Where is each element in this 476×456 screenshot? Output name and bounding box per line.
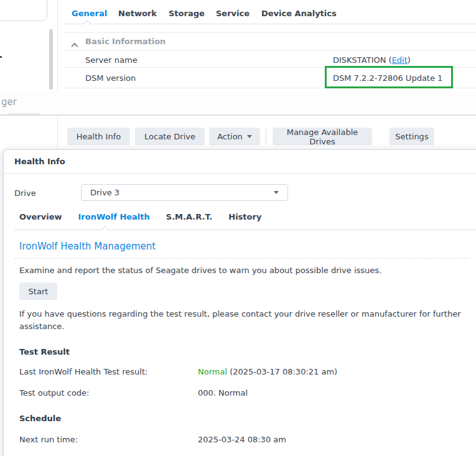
annotation-highlight-box [325, 66, 453, 88]
collapse-chevron-icon[interactable] [72, 39, 77, 50]
ironwolf-heading: IronWolf Health Management [19, 241, 156, 252]
status-normal: Normal [198, 367, 227, 376]
dsm-version-label: DSM version [85, 73, 136, 83]
settings-button-label: Settings [395, 132, 428, 141]
dialog-header[interactable]: Health Info [4, 150, 476, 174]
window-title-band: ger [0, 91, 476, 116]
start-button[interactable]: Start [19, 282, 57, 300]
next-run-time-label: Next run time: [19, 435, 78, 444]
window-title-fragment: ger [1, 96, 17, 108]
select-caret-icon [274, 191, 279, 194]
dialog-title: Health Info [14, 150, 65, 174]
active-tab-notch [101, 226, 110, 235]
tab-network[interactable]: Network [118, 9, 157, 18]
health-info-dialog: Health Info Drive Drive 3 Overview IronW… [3, 149, 476, 456]
row-separator [64, 32, 476, 33]
description-text: Examine and report the status of Seagate… [19, 266, 381, 275]
dialog-tabs: Overview IronWolf Health S.M.A.R.T. Hist… [19, 212, 261, 221]
tab-device-analytics[interactable]: Device Analytics [261, 9, 337, 18]
scrollbar-thumb[interactable] [49, 29, 53, 90]
health-info-button[interactable]: Health Info [67, 128, 130, 146]
toolbar-separator [266, 129, 266, 144]
health-info-button-label: Health Info [77, 132, 121, 141]
drive-select-value: Drive 3 [90, 185, 119, 200]
tab-smart[interactable]: S.M.A.R.T. [166, 212, 212, 221]
dropdown-caret-icon [247, 135, 252, 138]
storage-toolbar: Health Info Locate Drive Action Manage A… [0, 116, 476, 149]
drive-select[interactable]: Drive 3 [81, 184, 288, 201]
search-input-fragment[interactable] [0, 0, 47, 21]
screenshot-root: General Network Storage Service Device A… [0, 0, 476, 456]
action-dropdown-button[interactable]: Action [209, 128, 260, 146]
row-separator [64, 50, 476, 51]
action-button-label: Action [217, 132, 243, 141]
server-name-value: DISKSTATION (Edit) [333, 55, 411, 65]
tab-storage[interactable]: Storage [169, 9, 205, 18]
tab-service[interactable]: Service [216, 9, 250, 18]
tab-ironwolf-health[interactable]: IronWolf Health [78, 212, 150, 221]
test-output-code-value: 000. Normal [198, 388, 248, 398]
tab-history[interactable]: History [228, 212, 261, 221]
panel-divider [57, 116, 58, 149]
manage-drives-button-label: Manage Available Drives [273, 128, 372, 146]
manage-available-drives-button[interactable]: Manage Available Drives [273, 128, 372, 146]
next-run-time-value: 2025-03-24 08:30 am [198, 435, 286, 444]
server-name-text: DISKSTATION ( [333, 55, 392, 65]
tab-overview[interactable]: Overview [19, 212, 62, 221]
last-test-result-value: Normal (2025-03-17 08:30:21 am) [198, 367, 337, 376]
schedule-heading: Schedule [19, 414, 61, 423]
test-output-code-label: Test output code: [19, 388, 89, 398]
tab-underline [64, 24, 476, 24]
settings-button[interactable]: Settings [390, 128, 434, 146]
server-name-label: Server name [85, 55, 138, 65]
active-tab-notch [83, 20, 91, 29]
section-title[interactable]: Basic Information [85, 37, 166, 46]
dashed-separator [14, 258, 469, 259]
note-text: If you have questions regarding the test… [19, 308, 462, 333]
locate-drive-button[interactable]: Locate Drive [135, 128, 205, 146]
drive-label: Drive [14, 188, 36, 198]
edit-link[interactable]: Edit [392, 55, 408, 65]
last-test-result-label: Last IronWolf Health Test result: [19, 367, 147, 376]
tab-general[interactable]: General [72, 9, 107, 18]
sidebar-text-fragment [0, 56, 2, 58]
panel-divider [57, 0, 58, 91]
test-result-heading: Test Result [19, 347, 70, 356]
server-name-suffix: ) [408, 55, 411, 65]
dialog-tab-underline [14, 230, 476, 230]
status-timestamp: (2025-03-17 08:30:21 am) [227, 367, 337, 376]
locate-drive-button-label: Locate Drive [144, 132, 195, 141]
